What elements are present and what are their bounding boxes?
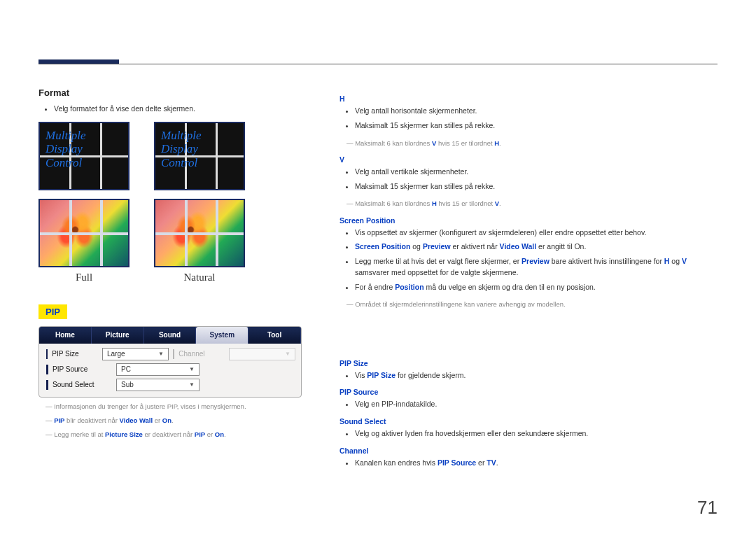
format-figure-row: Multiple Display Control Full Multiple [38,122,312,283]
heading-channel: Channel [340,447,718,455]
footnote: PIP blir deaktivert når Video Wall er On… [38,416,312,426]
tab-sound[interactable]: Sound [144,327,197,344]
pip-heading: PIP [38,304,67,319]
channel-select: ▼ [229,348,295,360]
row-indicator-icon [46,349,48,359]
list-item: Legg merke til at hvis det er valgt fler… [355,256,718,279]
pip-source-select[interactable]: PC▼ [116,363,200,376]
footnote: Legg merke til at Picture Size er deakti… [38,430,312,440]
display-box-text: Multiple Display Control [161,129,202,170]
flower-box-natural [154,199,245,267]
list-item: Maksimalt 15 skjermer kan stilles på rek… [355,181,718,192]
list-item: Velg antall horisontale skjermenheter. [355,106,718,117]
chevron-down-icon: ▼ [158,351,164,357]
tab-tool[interactable]: Tool [248,327,301,344]
left-column: Format Velg formatet for å vise den delt… [38,87,312,476]
row-indicator-icon [46,365,48,374]
display-box-text: Multiple Display Control [46,129,86,170]
format-heading: Format [38,87,312,98]
row-label: PIP Source [52,365,112,373]
list-item: Velg en PIP-inndatakilde. [355,399,718,410]
chevron-down-icon: ▼ [189,366,195,372]
tab-home[interactable]: Home [39,327,92,344]
menu-tabs: Home Picture Sound System Tool [39,327,301,344]
heading-sound-select: Sound Select [340,417,718,426]
row-label-disabled: Channel [178,350,225,358]
tab-system[interactable]: System [196,327,248,344]
heading-pip-source: PIP Source [340,388,718,396]
list-item: Velg og aktiver lyden fra hovedskjermen … [355,428,718,440]
label-natural: Natural [184,272,216,283]
footnote: Maksimalt 6 kan tilordnes H hvis 15 er t… [340,199,718,209]
list-item: Screen Position og Preview er aktivert n… [355,241,718,253]
tab-picture[interactable]: Picture [92,327,144,344]
sound-select-select[interactable]: Sub▼ [116,379,200,391]
figure-natural: Multiple Display Control Natural [154,122,245,283]
row-indicator-icon [173,349,174,359]
figure-full: Multiple Display Control Full [38,122,130,283]
pip-size-select[interactable]: Large▼ [102,348,169,360]
heading-v: V [340,155,718,164]
list-item: Vis oppsettet av skjermer (konfigurert a… [355,227,718,239]
right-column: H Velg antall horisontale skjermenheter.… [340,87,718,476]
footnote: Maksimalt 6 kan tilordnes V hvis 15 er t… [340,139,718,148]
heading-screen-position: Screen Position [340,216,718,225]
row-label: PIP Size [52,350,98,358]
row-indicator-icon [46,380,48,390]
footnote: Informasjonen du trenger for å justere P… [38,402,312,412]
format-list: Velg formatet for å vise den delte skjer… [38,104,312,115]
format-desc: Velg formatet for å vise den delte skjer… [54,104,312,115]
list-item: Maksimalt 15 skjermer kan stilles på rek… [355,120,718,132]
label-full: Full [76,272,92,283]
footnote: Området til skjermdelerinnstillingene ka… [340,300,718,309]
header-rule [38,64,718,64]
pip-menu-screenshot: Home Picture Sound System Tool PIP Size … [38,326,302,398]
flower-box-full [38,199,130,267]
row-label: Sound Select [52,381,112,388]
list-item: Velg antall vertikale skjermenheter. [355,167,718,178]
list-item: For å endre Position må du velge en skje… [355,282,718,293]
list-item: Kanalen kan endres hvis PIP Source er TV… [355,458,718,469]
display-box-full: Multiple Display Control [38,122,130,190]
chevron-down-icon: ▼ [285,351,290,357]
heading-pip-size: PIP Size [340,359,718,367]
heading-h: H [340,94,718,103]
display-box-natural: Multiple Display Control [154,122,245,190]
chevron-down-icon: ▼ [189,381,195,388]
list-item: Vis PIP Size for gjeldende skjerm. [355,370,718,381]
page-number: 71 [697,497,718,519]
